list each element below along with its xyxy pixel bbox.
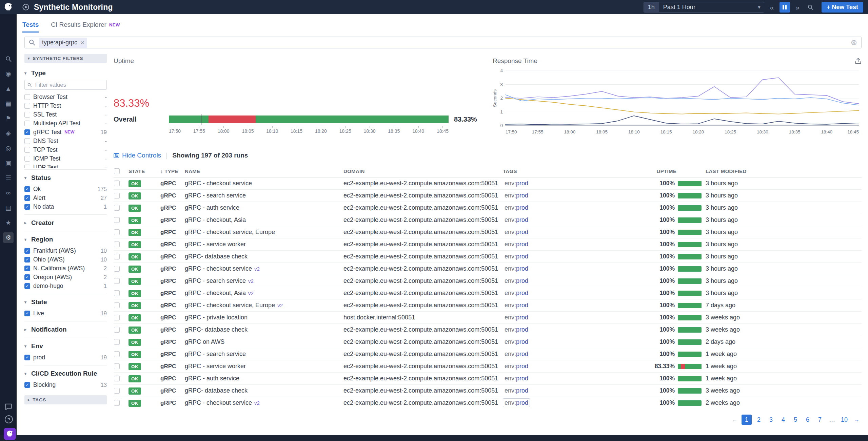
tag[interactable]: env:prod xyxy=(503,179,530,188)
tag[interactable]: env:prod xyxy=(503,215,530,224)
page-button-3[interactable]: 3 xyxy=(766,415,776,425)
filter-item[interactable]: ✓Ok175 xyxy=(24,185,107,193)
synthetics-icon[interactable]: ⚙ xyxy=(3,232,14,243)
watchdog-icon[interactable]: ◉ xyxy=(3,68,14,79)
filter-item[interactable]: ✓No data1 xyxy=(24,202,107,211)
checkbox[interactable]: ✓ xyxy=(24,382,30,388)
column-header-last-modified[interactable]: LAST MODIFIED xyxy=(706,168,862,174)
checkbox[interactable] xyxy=(114,168,120,174)
table-row[interactable]: OKgRPCgRPC - auth serviceec2-example.eu-… xyxy=(114,202,862,214)
page-button-10[interactable]: 10 xyxy=(839,415,849,425)
tag[interactable]: env:prod xyxy=(503,191,530,200)
time-range-shortcut[interactable]: 1h xyxy=(644,2,659,12)
tag[interactable]: env:prod xyxy=(503,276,530,285)
tag[interactable]: env:prod xyxy=(503,374,530,383)
help-icon[interactable]: ? xyxy=(5,415,13,423)
checkbox[interactable] xyxy=(114,266,120,272)
checkbox[interactable] xyxy=(24,138,30,144)
table-row[interactable]: OKgRPCgRPC - search serviceec2-example.e… xyxy=(114,348,862,360)
table-row[interactable]: OKgRPCgRPC - checkout servicev2ec2-examp… xyxy=(114,263,862,275)
uptime-bar[interactable] xyxy=(169,115,449,123)
checkbox[interactable] xyxy=(24,112,30,118)
page-button-5[interactable]: 5 xyxy=(790,415,801,425)
filter-item[interactable]: SSL Test- xyxy=(24,110,107,119)
search-bar[interactable]: type:api-grpc × ⊗ xyxy=(24,37,862,48)
datadog-corner-logo[interactable] xyxy=(4,428,16,440)
tag[interactable]: env:prod xyxy=(503,228,530,236)
checkbox[interactable]: ✓ xyxy=(24,311,30,316)
checkbox[interactable]: ✓ xyxy=(24,248,30,254)
table-row[interactable]: OKgRPCgRPC - checkout service, Europev2e… xyxy=(114,299,862,312)
checkbox[interactable] xyxy=(114,388,120,394)
checkbox[interactable] xyxy=(114,339,120,345)
filter-section-header[interactable]: ▸Creator xyxy=(24,216,107,230)
chat-icon[interactable] xyxy=(4,402,13,411)
tag[interactable]: env:prod xyxy=(503,325,530,334)
page-button-6[interactable]: 6 xyxy=(803,415,813,425)
checkbox[interactable] xyxy=(114,290,120,296)
table-row[interactable]: OKgRPCgRPC- database checkec2-example.eu… xyxy=(114,251,862,263)
tag[interactable]: env:prod xyxy=(503,301,530,310)
checkbox[interactable] xyxy=(114,351,120,357)
checkbox[interactable] xyxy=(24,94,30,100)
filter-values-field[interactable] xyxy=(35,81,104,89)
checkbox[interactable] xyxy=(114,229,120,235)
time-range-selector[interactable]: 1h Past 1 Hour ▾ xyxy=(644,2,764,13)
filter-item[interactable]: ✓gRPC TestNEW19 xyxy=(24,128,107,136)
checkbox[interactable] xyxy=(24,156,30,162)
filter-item[interactable]: Browser Test- xyxy=(24,92,107,101)
clear-search-icon[interactable]: ⊗ xyxy=(851,38,857,47)
filter-section-header[interactable]: ▾Status xyxy=(24,171,107,185)
tag[interactable]: env:prod xyxy=(503,313,530,322)
checkbox[interactable] xyxy=(114,400,120,406)
checkbox[interactable] xyxy=(114,363,120,369)
dashboards-icon[interactable]: ▦ xyxy=(3,98,14,109)
table-row[interactable]: OKgRPCgRPC- database checkec2-example.eu… xyxy=(114,324,862,336)
checkbox[interactable] xyxy=(114,241,120,247)
table-row[interactable]: OKgRPCgRPC - private locationhost.docker… xyxy=(114,312,862,324)
checkbox[interactable] xyxy=(114,315,120,320)
checkbox[interactable] xyxy=(114,327,120,333)
checkbox[interactable] xyxy=(114,376,120,381)
processes-icon[interactable]: ▣ xyxy=(3,158,14,168)
filter-section-header[interactable]: ▾CI/CD Execution Rule xyxy=(24,367,107,380)
page-button-1[interactable]: 1 xyxy=(742,415,752,425)
tag[interactable]: env:prod xyxy=(503,240,530,249)
checkbox[interactable] xyxy=(114,181,120,186)
checkbox[interactable]: ✓ xyxy=(24,355,30,360)
table-row[interactable]: OKgRPCgRPC - auth serviceec2-example.eu-… xyxy=(114,373,862,385)
network-icon[interactable]: ◈ xyxy=(3,128,14,139)
page-button-4[interactable]: 4 xyxy=(778,415,788,425)
tags-section-header[interactable]: ▸ TAGS xyxy=(24,395,107,404)
table-row[interactable]: OKgRPCgRPC on AWSec2-example.eu-west-2.c… xyxy=(114,336,862,348)
filter-item[interactable]: ✓Oregon (AWS)2 xyxy=(24,273,107,281)
checkbox[interactable]: ✓ xyxy=(24,257,30,262)
tag[interactable]: env:prod xyxy=(503,337,530,346)
table-row[interactable]: OKgRPCgRPC - search servicev2ec2-example… xyxy=(114,275,862,287)
hide-controls-link[interactable]: Hide Controls xyxy=(114,152,161,159)
checkbox[interactable]: ✓ xyxy=(24,274,30,280)
apm-icon[interactable]: ◎ xyxy=(3,143,14,153)
checkbox[interactable]: ✓ xyxy=(24,129,30,135)
search-icon[interactable] xyxy=(3,54,14,64)
new-test-button[interactable]: + New Test xyxy=(822,2,863,13)
pagination-ellipsis[interactable]: … xyxy=(827,415,837,425)
skip-back-button[interactable]: « xyxy=(767,2,777,13)
checkbox[interactable]: ✓ xyxy=(24,283,30,289)
checkbox[interactable] xyxy=(114,302,120,308)
synthetic-filters-header[interactable]: ▾ SYNTHETIC FILTERS xyxy=(24,54,107,63)
filter-item[interactable]: UDP Test- xyxy=(24,163,107,168)
tag[interactable]: env:prod xyxy=(503,252,530,261)
tab-ci-results-explorer[interactable]: CI Results ExplorerNEW xyxy=(51,21,120,33)
checkbox[interactable] xyxy=(24,121,30,126)
security-icon[interactable]: ★ xyxy=(3,217,14,228)
checkbox[interactable] xyxy=(114,193,120,198)
zoom-button[interactable] xyxy=(805,2,816,13)
prev-page-button[interactable]: ← xyxy=(729,415,739,425)
filter-item[interactable]: Multistep API Test- xyxy=(24,119,107,128)
filter-values-input[interactable] xyxy=(24,80,107,90)
filter-section-header[interactable]: ▾Region xyxy=(24,233,107,246)
table-row[interactable]: OKgRPCgRPC - checkout service, Europeec2… xyxy=(114,226,862,238)
checkbox[interactable] xyxy=(114,217,120,223)
checkbox[interactable] xyxy=(114,278,120,284)
